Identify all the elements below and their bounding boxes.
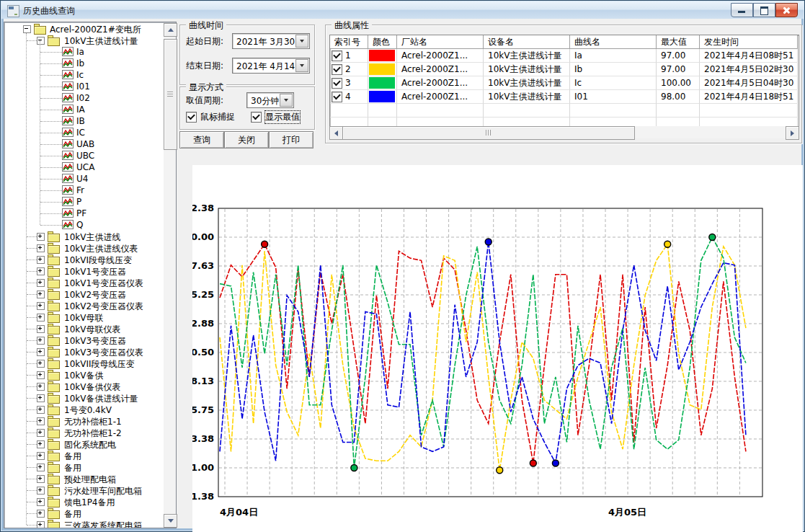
curve-enabled-checkbox[interactable]: [332, 50, 342, 61]
table-row[interactable]: 3Acrel-2000Z1...10kV主供进线计量Ic100.002021年4…: [330, 76, 798, 90]
tree-item-folder[interactable]: 备用: [4, 507, 164, 519]
tree-item-folder[interactable]: 10kV母联仪表: [4, 323, 164, 334]
expand-icon[interactable]: [37, 360, 45, 368]
print-button[interactable]: 打印: [269, 131, 313, 148]
tree-item-folder[interactable]: 10kV母联: [4, 311, 164, 323]
end-date-select[interactable]: 2021年 4月14: [232, 58, 310, 74]
table-header-4[interactable]: 设备名: [484, 35, 570, 49]
close-dialog-button[interactable]: 关闭: [224, 131, 269, 148]
tree-item-folder[interactable]: 无功补偿柜1-2: [4, 427, 164, 438]
tree-item-folder[interactable]: 固化系统配电: [4, 438, 164, 450]
tree-item-folder[interactable]: 污水处理车间配电箱: [4, 484, 164, 496]
maximize-button[interactable]: [753, 3, 775, 17]
expand-icon[interactable]: [37, 487, 45, 495]
tree-item-curve[interactable]: Ia: [4, 46, 164, 58]
table-header-2[interactable]: 颜色: [368, 35, 397, 49]
history-curve-chart[interactable]: 112.38100.0087.6375.2562.8850.5038.1325.…: [192, 165, 803, 532]
expand-icon[interactable]: [37, 417, 45, 425]
tree-item-folder[interactable]: 预处理配电箱: [4, 473, 164, 484]
tree-item-curve[interactable]: IA: [4, 104, 164, 115]
expand-icon[interactable]: [37, 314, 45, 322]
tree-item-folder[interactable]: 备用: [4, 461, 164, 473]
expand-icon[interactable]: [37, 325, 45, 333]
tree-scrollbar[interactable]: [164, 23, 176, 528]
tree-item-curve[interactable]: I02: [4, 92, 164, 104]
tree-scrollbar-thumb[interactable]: [164, 39, 177, 150]
tree-item-folder[interactable]: 10kV备供: [4, 369, 164, 381]
tree-item-curve[interactable]: U4: [4, 173, 164, 185]
expand-icon[interactable]: [37, 475, 45, 483]
tree-item-folder[interactable]: 10kV主供进线仪表: [4, 242, 164, 254]
checkbox-checked-icon[interactable]: [186, 112, 197, 123]
tree-item-curve[interactable]: UBC: [4, 150, 164, 161]
collapse-icon[interactable]: [23, 25, 31, 33]
dropdown-arrow-icon[interactable]: [295, 59, 308, 72]
scroll-right-icon[interactable]: [786, 126, 799, 140]
table-header-1[interactable]: 索引号: [330, 35, 368, 49]
tree-item-folder[interactable]: 馈电1P4备用: [4, 496, 164, 507]
query-button[interactable]: 查询: [179, 131, 224, 148]
expand-icon[interactable]: [37, 452, 45, 460]
tree-item-curve[interactable]: Fr: [4, 185, 164, 196]
tree-item-folder[interactable]: 10kV1号变压器仪表: [4, 277, 164, 288]
tree-item-curve[interactable]: Q: [4, 219, 164, 231]
table-row[interactable]: 4Acrel-2000Z1...10kV主供进线计量I0198.002021年4…: [330, 90, 798, 104]
tree-item-curve[interactable]: P: [4, 196, 164, 208]
expand-icon[interactable]: [37, 464, 45, 471]
expand-icon[interactable]: [37, 394, 45, 402]
expand-icon[interactable]: [37, 498, 45, 506]
tree-item-folder[interactable]: 备用: [4, 450, 164, 461]
expand-icon[interactable]: [37, 406, 45, 414]
tree-item-folder[interactable]: 10kVI段母线压变: [4, 254, 164, 265]
expand-icon[interactable]: [37, 302, 45, 310]
expand-icon[interactable]: [37, 429, 45, 437]
expand-icon[interactable]: [37, 233, 45, 241]
tree-item-curve[interactable]: Ic: [4, 69, 164, 81]
expand-icon[interactable]: [37, 521, 45, 528]
tree-item-folder[interactable]: 10kV1号变压器: [4, 265, 164, 277]
tree-item-folder[interactable]: 10kVII段母线压变: [4, 358, 164, 369]
titlebar[interactable]: 历史曲线查询: [1, 1, 804, 19]
curve-enabled-checkbox[interactable]: [332, 92, 342, 102]
dropdown-arrow-icon[interactable]: [280, 94, 293, 107]
expand-icon[interactable]: [37, 256, 45, 264]
scroll-left-icon[interactable]: [329, 126, 343, 140]
checkbox-checked-icon[interactable]: [251, 112, 262, 123]
tree-item-folder[interactable]: 10kV3号变压器: [4, 334, 164, 346]
expand-icon[interactable]: [37, 348, 45, 356]
tree-item-folder[interactable]: Acrel-2000Z1#变电所: [4, 23, 164, 35]
tree-item-curve[interactable]: PF: [4, 208, 164, 219]
expand-icon[interactable]: [37, 510, 45, 518]
tree-item-folder[interactable]: 10kV2号变压器仪表: [4, 300, 164, 311]
table-header-7[interactable]: 发生时间: [700, 35, 798, 49]
tree-item-folder[interactable]: 三效蒸发系统配电箱: [4, 519, 164, 528]
close-button[interactable]: [775, 3, 798, 17]
expand-icon[interactable]: [37, 383, 45, 391]
period-select[interactable]: 30分钟: [246, 92, 294, 108]
start-date-select[interactable]: 2021年 3月30: [232, 33, 310, 49]
tree-item-folder[interactable]: 无功补偿柜1-1: [4, 415, 164, 427]
expand-icon[interactable]: [37, 291, 45, 298]
tree-item-folder[interactable]: 10kV主供进线: [4, 231, 164, 242]
table-hscrollbar[interactable]: [329, 126, 798, 138]
tree-item-folder[interactable]: 1号变0.4kV: [4, 404, 164, 415]
tree-item-curve[interactable]: UCA: [4, 161, 164, 173]
table-header-6[interactable]: 最大值: [657, 35, 700, 49]
tree-item-folder[interactable]: 10kV3号变压器仪表: [4, 346, 164, 358]
expand-icon[interactable]: [37, 244, 45, 252]
tree-item-curve[interactable]: UAB: [4, 138, 164, 150]
tree-item-folder[interactable]: 10kV备供进线计量: [4, 392, 164, 404]
tree-item-curve[interactable]: Ib: [4, 58, 164, 69]
expand-icon[interactable]: [37, 371, 45, 379]
expand-icon[interactable]: [37, 267, 45, 275]
table-hscrollbar-thumb[interactable]: [342, 126, 635, 140]
scroll-up-icon[interactable]: [164, 23, 177, 37]
mouse-capture-checkbox[interactable]: 鼠标捕捉: [186, 111, 235, 123]
expand-icon[interactable]: [37, 279, 45, 287]
tree-item-curve[interactable]: IB: [4, 115, 164, 127]
tree-item-curve[interactable]: I01: [4, 81, 164, 92]
tree-item-folder[interactable]: 10kV备供仪表: [4, 381, 164, 392]
scroll-down-icon[interactable]: [164, 514, 177, 528]
table-header-3[interactable]: 厂站名: [397, 35, 484, 49]
curve-enabled-checkbox[interactable]: [332, 78, 342, 89]
